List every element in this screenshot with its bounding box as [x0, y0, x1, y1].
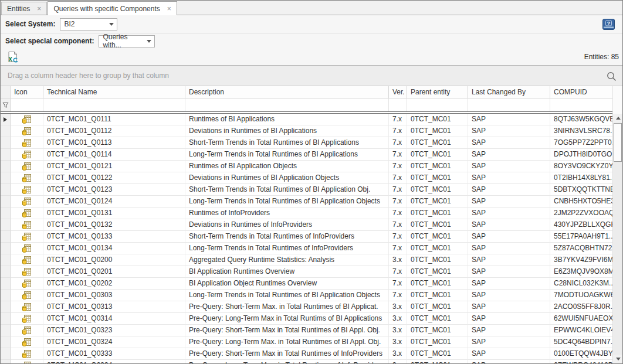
cell-description: Long-Term Trends in Total Runtimes of BI…	[185, 196, 389, 207]
excel-export-icon: X	[6, 51, 19, 63]
query-icon	[22, 197, 32, 206]
cell-last-changed-by: SAP	[468, 219, 550, 231]
cell-technical-name: 0TCT_MC01_Q0323	[43, 325, 185, 336]
cell-last-changed-by: SAP	[468, 278, 550, 290]
table-row[interactable]: 0TCT_MC01_Q0313Pre-Query: Short-Term Max…	[1, 301, 612, 313]
arrow-down-icon	[616, 358, 621, 360]
table-row[interactable]: 0TCT_MC01_Q0314Pre-Query: Long-Term Max …	[1, 313, 612, 325]
filter-cell[interactable]	[407, 98, 468, 111]
table-row[interactable]: 0TCT_MC01_Q0201BI Application Runtimes O…	[1, 266, 612, 278]
table-row[interactable]: 0TCT_MC01_Q0134Long-Term Trends in Total…	[1, 243, 612, 254]
table-row[interactable]: 0TCT_MC01_Q0112Deviations in Runtimes of…	[1, 125, 612, 137]
table-row[interactable]: 0TCT_MC01_Q0202BI Application Object Run…	[1, 278, 612, 290]
help-button[interactable]: ?	[602, 18, 615, 30]
column-header-technical-name[interactable]: Technical Name	[43, 86, 185, 98]
cell-compuid: EPWWC4KLOIEV4...	[550, 325, 612, 336]
column-header-compuid[interactable]: COMPUID	[550, 86, 612, 98]
scrollbar-thumb[interactable]	[614, 123, 622, 162]
cell-last-changed-by: SAP	[468, 360, 550, 363]
search-button[interactable]	[605, 70, 617, 82]
table-row[interactable]: 0TCT_MC01_Q0133Short-Term Trends in Tota…	[1, 231, 612, 243]
filter-cell[interactable]	[185, 98, 389, 111]
group-by-panel[interactable]: Drag a column header here to group by th…	[1, 66, 622, 86]
table-row[interactable]: 0TCT_MC01_Q0123Short-Term Trends in Tota…	[1, 184, 612, 196]
column-header-parent-entity[interactable]: Parent entity	[407, 86, 468, 98]
table-row[interactable]: 0TCT_MC01_Q0334Pre-Query: Long-Term Max.…	[1, 360, 612, 363]
filter-row-indicator[interactable]	[1, 98, 11, 111]
cell-version: 3.x	[389, 348, 407, 360]
query-icon	[22, 279, 32, 288]
table-row[interactable]: 0TCT_MC01_Q0323Pre-Query: Short-Term Max…	[1, 325, 612, 336]
special-component-select[interactable]: Queries with...	[99, 35, 155, 47]
vertical-scrollbar[interactable]	[612, 114, 622, 363]
query-icon-cell	[11, 184, 43, 196]
table-row[interactable]: 0TCT_MC01_Q0131Runtimes of InfoProviders…	[1, 207, 612, 219]
cell-compuid: E6Z3MQJV9OX8M...	[550, 266, 612, 278]
cell-last-changed-by: SAP	[468, 254, 550, 266]
query-icon-cell	[11, 196, 43, 207]
query-icon-cell	[11, 231, 43, 243]
query-icon-cell	[11, 254, 43, 266]
filter-cell[interactable]	[43, 98, 185, 111]
column-header-last-changed-by[interactable]: Last Changed By	[468, 86, 550, 98]
row-indicator	[1, 290, 11, 301]
cell-last-changed-by: SAP	[468, 336, 550, 348]
table-row[interactable]: 0TCT_MC01_Q0122Deviations in Runtimes of…	[1, 172, 612, 184]
table-row[interactable]: 0TCT_MC01_Q0324Pre-Query: Long-Term Max.…	[1, 336, 612, 348]
cell-last-changed-by: SAP	[468, 243, 550, 254]
column-header-icon[interactable]: Icon	[11, 86, 43, 98]
scroll-up-button[interactable]	[613, 114, 622, 123]
cell-last-changed-by: SAP	[468, 207, 550, 219]
cell-compuid: 8QTJ63W5KGQVE...	[550, 114, 612, 125]
close-icon[interactable]: ×	[167, 5, 171, 12]
system-select[interactable]: BI2	[60, 18, 117, 30]
column-header-version[interactable]: Ver.	[389, 86, 407, 98]
cell-technical-name: 0TCT_MC01_Q0202	[43, 278, 185, 290]
tab-queries-with-specific-components[interactable]: Queries with specific Components ×	[48, 1, 177, 15]
cell-parent-entity: 0TCT_MC01	[407, 219, 468, 231]
filter-cell[interactable]	[550, 98, 612, 111]
cell-last-changed-by: SAP	[468, 196, 550, 207]
current-row-arrow-icon	[4, 117, 7, 122]
query-icon	[22, 209, 32, 218]
cell-technical-name: 0TCT_MC01_Q0303	[43, 290, 185, 301]
cell-technical-name: 0TCT_MC01_Q0200	[43, 254, 185, 266]
table-row[interactable]: 0TCT_MC01_Q0113Short-Term Trends in Tota…	[1, 137, 612, 149]
cell-technical-name: 0TCT_MC01_Q0121	[43, 161, 185, 172]
filter-cell[interactable]	[468, 98, 550, 111]
table-row[interactable]: 0TCT_MC01_Q0132Deviations in Runtimes of…	[1, 219, 612, 231]
query-icon	[22, 232, 32, 241]
table-row[interactable]: 0TCT_MC01_Q0121Runtimes of BI Applicatio…	[1, 161, 612, 172]
table-row[interactable]: 0TCT_MC01_Q0200Aggregated Query Runtime …	[1, 254, 612, 266]
table-row[interactable]: 0TCT_MC01_Q0111Runtimes of BI Applicatio…	[1, 114, 612, 125]
cell-description: Short-Term Trends in Total Runtimes of I…	[185, 231, 389, 243]
export-to-excel-button[interactable]: X	[5, 50, 19, 63]
filter-cell[interactable]	[11, 98, 43, 111]
cell-technical-name: 0TCT_MC01_Q0122	[43, 172, 185, 184]
table-row[interactable]: 0TCT_MC01_Q0303Long-Term Trends in Total…	[1, 290, 612, 301]
filter-cell[interactable]	[389, 98, 407, 111]
cell-parent-entity: 0TCT_MC01	[407, 301, 468, 313]
row-indicator	[1, 231, 11, 243]
close-icon[interactable]: ×	[37, 5, 41, 12]
cell-description: Short-Term Trends in Total Runtimes of B…	[185, 137, 389, 149]
arrow-up-icon	[616, 117, 621, 120]
query-icon-cell	[11, 325, 43, 336]
cell-version: 7.x	[389, 172, 407, 184]
cell-version: 3.x	[389, 336, 407, 348]
table-row[interactable]: 0TCT_MC01_Q0124Long-Term Trends in Total…	[1, 196, 612, 207]
table-row[interactable]: 0TCT_MC01_Q0114Long-Term Trends in Total…	[1, 149, 612, 161]
table-row[interactable]: 0TCT_MC01_Q0333Pre-Query: Short-Term Max…	[1, 348, 612, 360]
cell-last-changed-by: SAP	[468, 313, 550, 325]
grid-body: Icon Technical Name Description Ver. Par…	[1, 86, 622, 363]
svg-text:X: X	[8, 56, 12, 62]
column-header-description[interactable]: Description	[185, 86, 389, 98]
cell-compuid: 8OY3VO9CKYZ0Y...	[550, 161, 612, 172]
cell-parent-entity: 0TCT_MC01	[407, 290, 468, 301]
row-indicator	[1, 336, 11, 348]
scroll-down-button[interactable]	[613, 355, 622, 363]
cell-description: Runtimes of InfoProviders	[185, 207, 389, 219]
cell-version: 3.x	[389, 325, 407, 336]
tab-entities[interactable]: Entities ×	[1, 2, 47, 15]
cell-compuid: 5DBTXQQTKTTNE...	[550, 184, 612, 196]
